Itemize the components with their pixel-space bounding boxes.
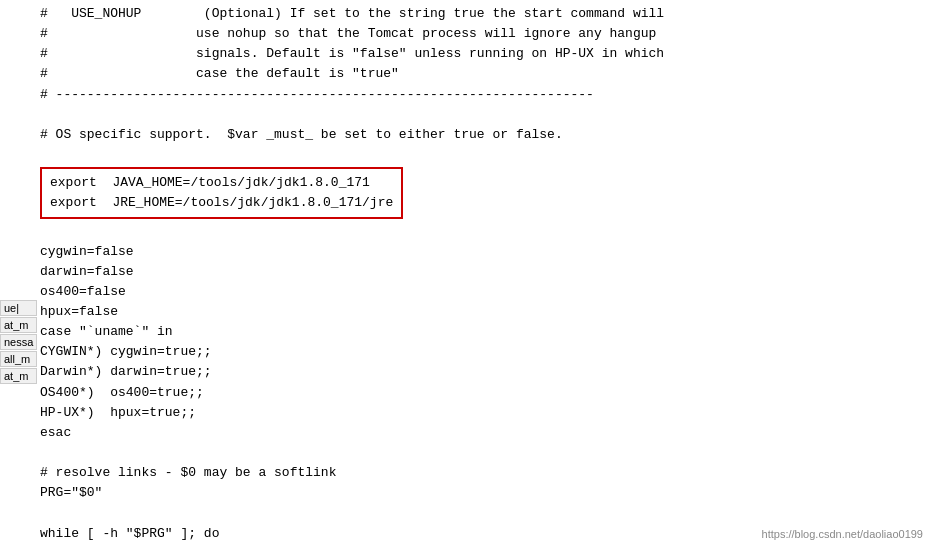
code-line-7: # OS specific support. $var _must_ be se… — [40, 125, 925, 145]
code-line-20: HP-UX*) hpux=true;; — [40, 403, 925, 423]
code-line-22 — [40, 443, 925, 463]
code-line-11 — [40, 221, 925, 241]
code-line-3: # signals. Default is "false" unless run… — [40, 44, 925, 64]
code-line-23: # resolve links - $0 may be a softlink — [40, 463, 925, 483]
code-line-18: Darwin*) darwin=true;; — [40, 362, 925, 382]
code-line-14: os400=false — [40, 282, 925, 302]
nav-label-2[interactable]: at_m — [0, 317, 37, 333]
code-line-21: esac — [40, 423, 925, 443]
code-line-1: # USE_NOHUP (Optional) If set to the str… — [40, 4, 925, 24]
code-line-2: # use nohup so that the Tomcat process w… — [40, 24, 925, 44]
code-line-blank — [40, 145, 925, 165]
code-line-12: cygwin=false — [40, 242, 925, 262]
code-line-17: CYGWIN*) cygwin=true;; — [40, 342, 925, 362]
nav-label-1[interactable]: ue| — [0, 300, 37, 316]
nav-label-5[interactable]: at_m — [0, 368, 37, 384]
code-line-24: PRG="$0" — [40, 483, 925, 503]
nav-label-3[interactable]: nessa — [0, 334, 37, 350]
code-line-10: export JRE_HOME=/tools/jdk/jdk1.8.0_171/… — [50, 193, 393, 213]
main-content[interactable]: # USE_NOHUP (Optional) If set to the str… — [0, 0, 933, 546]
code-line-4: # case the default is "true" — [40, 64, 925, 84]
editor-container: ue| at_m nessa all_m at_m # USE_NOHUP (O… — [0, 0, 933, 546]
code-line-25 — [40, 503, 925, 523]
left-nav-labels: ue| at_m nessa all_m at_m — [0, 300, 37, 385]
highlight-block: export JAVA_HOME=/tools/jdk/jdk1.8.0_171… — [40, 167, 403, 219]
nav-label-4[interactable]: all_m — [0, 351, 37, 367]
code-line-5: # --------------------------------------… — [40, 85, 925, 105]
code-line-19: OS400*) os400=true;; — [40, 383, 925, 403]
code-line-16: case "`uname`" in — [40, 322, 925, 342]
code-line-15: hpux=false — [40, 302, 925, 322]
code-line-6 — [40, 105, 925, 125]
code-line-13: darwin=false — [40, 262, 925, 282]
code-line-9: export JAVA_HOME=/tools/jdk/jdk1.8.0_171 — [50, 173, 393, 193]
watermark: https://blog.csdn.net/daoliao0199 — [762, 528, 923, 540]
